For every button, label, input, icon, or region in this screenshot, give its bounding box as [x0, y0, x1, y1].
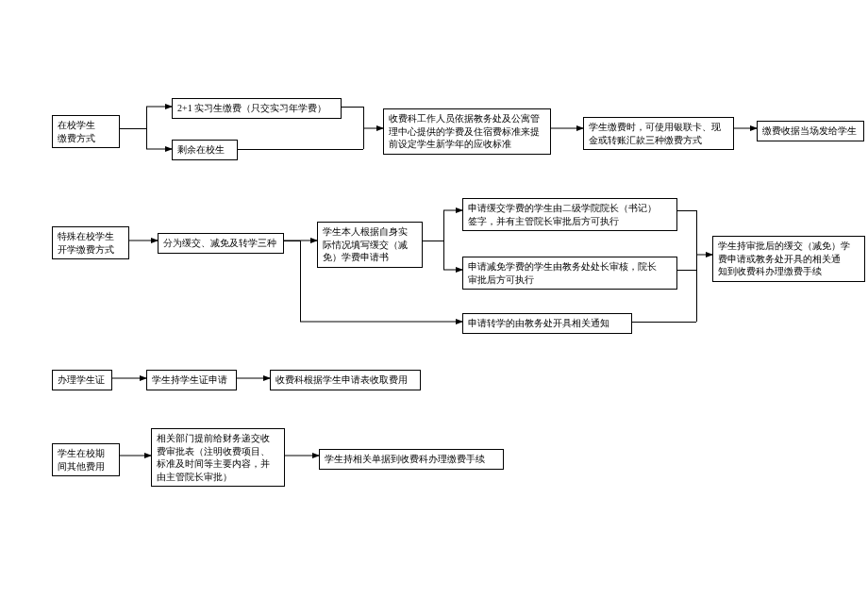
r4-start: 学生在校期间其他费用 — [52, 443, 120, 476]
label: 学生持审批后的缓交（减免）学费申请或教务处开具的相关通知到收费科办理缴费手续 — [718, 241, 850, 276]
label: 办理学生证 — [58, 374, 105, 385]
label: 学生持相关单据到收费科办理缴费手续 — [325, 454, 485, 464]
label: 分为缓交、减免及转学三种 — [163, 238, 276, 248]
r2-types: 分为缓交、减免及转学三种 — [158, 233, 284, 254]
connectors — [0, 0, 868, 614]
label: 缴费收据当场发给学生 — [762, 125, 857, 136]
label: 在校学生缴费方式 — [58, 120, 95, 143]
r2-start: 特殊在校学生开学缴费方式 — [52, 226, 129, 259]
label: 学生本人根据自身实际情况填写缓交（减免）学费申请书 — [323, 226, 408, 262]
r2-waive: 申请减免学费的学生由教务处处长审核，院长审批后方可执行 — [462, 257, 677, 290]
label: 收费科工作人员依据教务处及公寓管理中心提供的学费及住宿费标准来提前设定学生新学年… — [389, 113, 540, 149]
r1-end: 缴费收据当场发给学生 — [757, 121, 864, 141]
label: 剩余在校生 — [177, 144, 225, 155]
label: 学生缴费时，可使用银联卡、现金或转账汇款三种缴费方式 — [589, 122, 721, 145]
r1-start: 在校学生缴费方式 — [52, 115, 120, 148]
label: 学生在校期间其他费用 — [58, 448, 105, 472]
r2-transfer: 申请转学的由教务处开具相关通知 — [462, 313, 632, 334]
r4-end: 学生持相关单据到收费科办理缴费手续 — [319, 449, 504, 470]
r1-top-branch: 2+1 实习生缴费（只交实习年学费） — [172, 98, 342, 119]
r2-end: 学生持审批后的缓交（减免）学费申请或教务处开具的相关通知到收费科办理缴费手续 — [712, 236, 865, 282]
label: 2+1 实习生缴费（只交实习年学费） — [177, 103, 326, 113]
label: 收费科根据学生申请表收取费用 — [275, 374, 408, 385]
r3-apply: 学生持学生证申请 — [146, 370, 237, 390]
r1-pay: 学生缴费时，可使用银联卡、现金或转账汇款三种缴费方式 — [583, 117, 734, 150]
r1-bot-branch: 剩余在校生 — [172, 140, 238, 160]
label: 学生持学生证申请 — [152, 374, 227, 385]
r2-defer: 申请缓交学费的学生由二级学院院长（书记）签字，并有主管院长审批后方可执行 — [462, 198, 677, 231]
r3-start: 办理学生证 — [52, 370, 112, 390]
label: 申请转学的由教务处开具相关通知 — [468, 318, 609, 328]
label: 申请缓交学费的学生由二级学院院长（书记）签字，并有主管院长审批后方可执行 — [468, 203, 657, 226]
r1-mid: 收费科工作人员依据教务处及公寓管理中心提供的学费及住宿费标准来提前设定学生新学年… — [383, 108, 551, 155]
r3-charge: 收费科根据学生申请表收取费用 — [270, 370, 421, 390]
r4-mid: 相关部门提前给财务递交收费审批表（注明收费项目、标准及时间等主要内容，并由主管院… — [151, 428, 285, 487]
label: 特殊在校学生开学缴费方式 — [58, 231, 114, 255]
label: 申请减免学费的学生由教务处处长审核，院长审批后方可执行 — [468, 261, 657, 285]
r2-apply: 学生本人根据自身实际情况填写缓交（减免）学费申请书 — [317, 222, 423, 268]
label: 相关部门提前给财务递交收费审批表（注明收费项目、标准及时间等主要内容，并由主管院… — [157, 433, 270, 482]
